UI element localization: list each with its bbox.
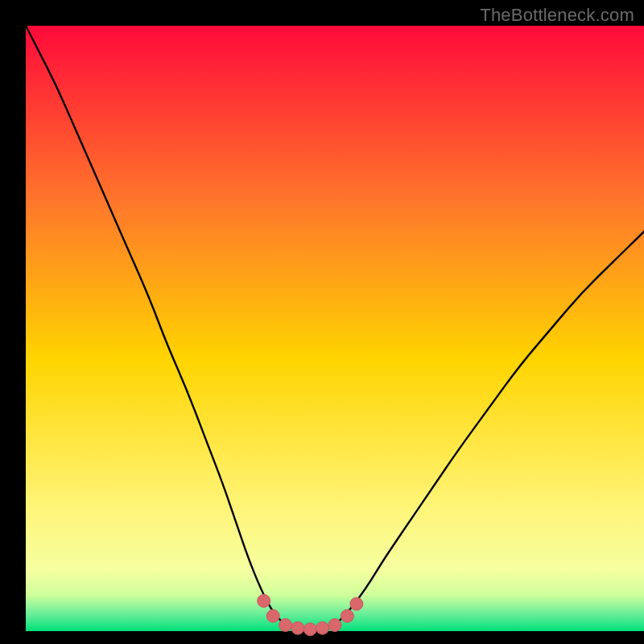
marker-dot: [303, 623, 316, 636]
marker-dot: [266, 609, 279, 622]
bottleneck-chart: [0, 0, 644, 644]
marker-dot: [341, 609, 353, 622]
marker-dot: [316, 621, 329, 634]
marker-dot: [279, 619, 292, 632]
marker-dot: [258, 594, 270, 607]
marker-dot: [350, 597, 363, 610]
marker-dot: [291, 621, 304, 634]
attribution-label: TheBottleneck.com: [480, 5, 634, 26]
chart-frame: TheBottleneck.com: [0, 0, 644, 644]
marker-dot: [328, 619, 341, 632]
